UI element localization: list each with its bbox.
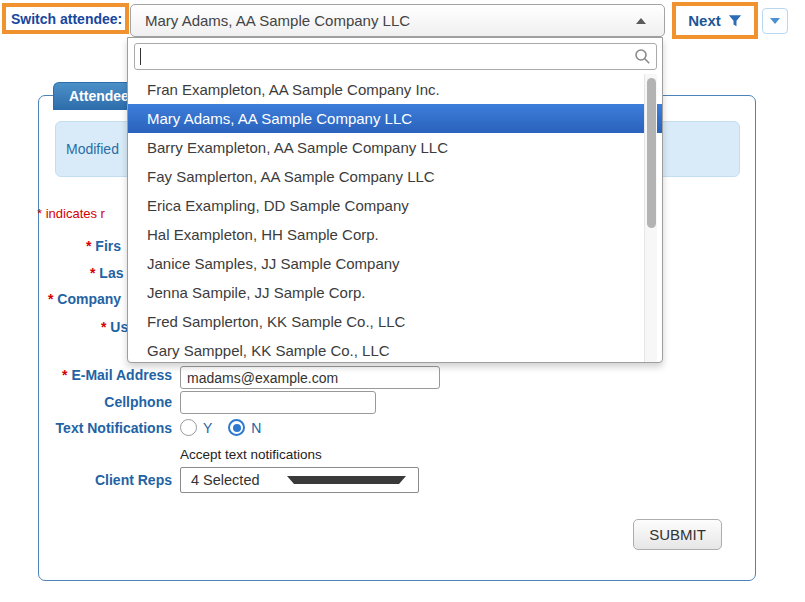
cellphone-label: Cellphone [0,394,172,410]
required-asterisk: * [86,238,91,254]
required-asterisk: * [90,265,95,281]
text-notifications-radio-group: Y N [180,419,271,436]
modified-notice-text: Modified [56,141,119,157]
radio-yes[interactable] [180,419,197,436]
client-reps-select[interactable]: 4 Selected [180,467,419,493]
list-item[interactable]: Fay Samplerton, AA Sample Company LLC [128,162,663,191]
required-asterisk: * [101,319,106,335]
attendee-combobox[interactable]: Mary Adams, AA Sample Company LLC [130,4,665,37]
list-item[interactable]: Gary Samppel, KK Sample Co., LLC [128,336,663,363]
scrollbar-thumb[interactable] [647,78,656,228]
attendee-form-screen: Switch attendee: Mary Adams, AA Sample C… [0,0,805,602]
first-name-label: * Firs [86,238,121,254]
list-item[interactable]: Hal Exampleton, HH Sample Corp. [128,220,663,249]
email-label: * E-Mail Address [0,367,172,383]
attendee-search-input[interactable] [134,43,657,70]
triangle-up-icon [636,18,646,24]
list-item[interactable]: Fred Samplerton, KK Sample Co., LLC [128,307,663,336]
company-name-label: * Company [48,291,121,307]
next-button-label: Next [688,12,721,29]
email-field[interactable] [180,366,440,389]
list-item[interactable]: Barry Exampleton, AA Sample Company LLC [128,133,663,162]
cellphone-field[interactable] [180,391,376,414]
radio-yes-label: Y [203,420,212,436]
filter-icon [728,14,742,28]
scrollbar[interactable] [644,74,657,362]
submit-button[interactable]: SUBMIT [633,519,722,550]
attendee-combobox-value: Mary Adams, AA Sample Company LLC [131,12,636,29]
switch-attendee-label: Switch attendee: [6,11,122,27]
text-cursor [140,48,141,65]
chevron-down-icon [770,18,780,24]
search-icon [634,48,651,65]
chevron-down-icon [287,476,407,484]
tab-attendee-label: Attendee [69,88,129,104]
next-button[interactable]: Next [688,12,742,29]
required-asterisk: * [62,367,67,383]
attendee-search [134,43,657,70]
next-button-highlight-box: Next [672,2,758,39]
more-options-button[interactable] [762,8,788,34]
list-item[interactable]: Fran Exampleton, AA Sample Company Inc. [128,75,663,104]
last-name-label: * Las [90,265,123,281]
list-item[interactable]: Jenna Sampile, JJ Sample Corp. [128,278,663,307]
required-fields-note: * indicates r [37,206,105,221]
attendee-list: Fran Exampleton, AA Sample Company Inc. … [128,75,663,363]
client-reps-value: 4 Selected [181,472,287,488]
client-reps-label: Client Reps [0,472,172,488]
required-asterisk: * [48,291,53,307]
list-item[interactable]: Janice Samples, JJ Sample Company [128,249,663,278]
radio-no[interactable] [228,419,245,436]
attendee-dropdown: Fran Exampleton, AA Sample Company Inc. … [127,37,663,363]
list-item-selected[interactable]: Mary Adams, AA Sample Company LLC [128,104,663,133]
switch-attendee-highlight-box: Switch attendee: [2,3,129,34]
required-asterisk: * [37,206,42,221]
list-item[interactable]: Erica Exampling, DD Sample Company [128,191,663,220]
text-notifications-help: Accept text notifications [180,447,322,462]
text-notifications-label: Text Notifications [0,420,172,436]
radio-no-label: N [251,420,261,436]
